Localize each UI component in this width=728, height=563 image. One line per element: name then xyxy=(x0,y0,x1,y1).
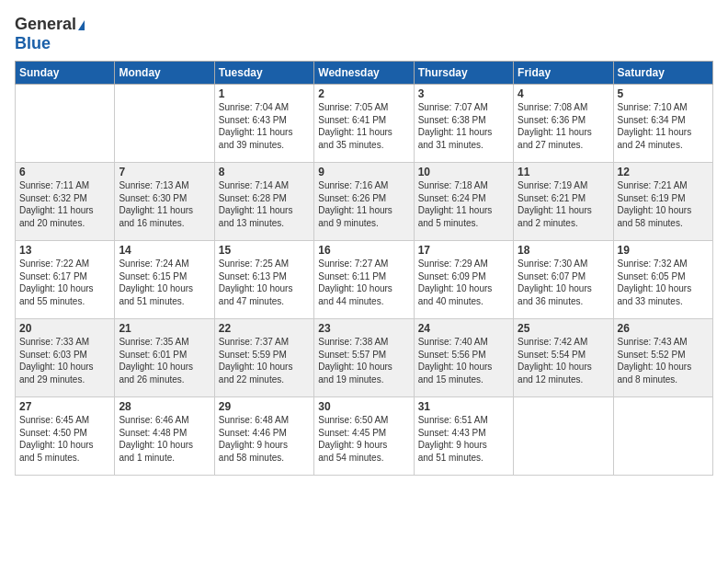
day-cell: 19Sunrise: 7:32 AM Sunset: 6:05 PM Dayli… xyxy=(613,241,712,319)
day-cell: 8Sunrise: 7:14 AM Sunset: 6:28 PM Daylig… xyxy=(214,163,313,241)
logo: General Blue xyxy=(15,15,85,53)
week-row-3: 13Sunrise: 7:22 AM Sunset: 6:17 PM Dayli… xyxy=(16,241,713,319)
day-cell: 29Sunrise: 6:48 AM Sunset: 4:46 PM Dayli… xyxy=(214,397,313,476)
day-info: Sunrise: 7:07 AM Sunset: 6:38 PM Dayligh… xyxy=(418,101,509,151)
weekday-saturday: Saturday xyxy=(613,62,712,85)
day-number: 26 xyxy=(618,322,709,335)
day-cell: 27Sunrise: 6:45 AM Sunset: 4:50 PM Dayli… xyxy=(16,397,115,476)
day-cell: 3Sunrise: 7:07 AM Sunset: 6:38 PM Daylig… xyxy=(414,85,513,163)
day-cell: 9Sunrise: 7:16 AM Sunset: 6:26 PM Daylig… xyxy=(314,163,414,241)
weekday-header-row: SundayMondayTuesdayWednesdayThursdayFrid… xyxy=(16,62,713,85)
day-number: 13 xyxy=(19,244,110,257)
day-number: 10 xyxy=(418,166,509,178)
day-number: 15 xyxy=(219,244,310,257)
day-cell: 4Sunrise: 7:08 AM Sunset: 6:36 PM Daylig… xyxy=(514,85,613,163)
day-number: 5 xyxy=(618,87,709,100)
day-info: Sunrise: 7:33 AM Sunset: 6:03 PM Dayligh… xyxy=(19,336,110,385)
day-cell: 20Sunrise: 7:33 AM Sunset: 6:03 PM Dayli… xyxy=(16,319,115,397)
day-cell: 30Sunrise: 6:50 AM Sunset: 4:45 PM Dayli… xyxy=(314,397,414,476)
day-cell: 10Sunrise: 7:18 AM Sunset: 6:24 PM Dayli… xyxy=(414,163,513,241)
day-cell: 13Sunrise: 7:22 AM Sunset: 6:17 PM Dayli… xyxy=(16,241,115,319)
day-number: 20 xyxy=(19,322,110,335)
weekday-sunday: Sunday xyxy=(16,62,115,85)
day-info: Sunrise: 7:19 AM Sunset: 6:21 PM Dayligh… xyxy=(518,179,609,229)
day-cell: 22Sunrise: 7:37 AM Sunset: 5:59 PM Dayli… xyxy=(214,319,313,397)
day-cell: 5Sunrise: 7:10 AM Sunset: 6:34 PM Daylig… xyxy=(613,85,712,163)
day-number: 25 xyxy=(518,322,609,335)
day-cell: 21Sunrise: 7:35 AM Sunset: 6:01 PM Dayli… xyxy=(115,319,214,397)
day-info: Sunrise: 7:27 AM Sunset: 6:11 PM Dayligh… xyxy=(318,258,409,307)
day-info: Sunrise: 7:22 AM Sunset: 6:17 PM Dayligh… xyxy=(19,258,110,307)
day-number: 9 xyxy=(318,166,409,178)
day-number: 7 xyxy=(119,166,210,178)
day-number: 2 xyxy=(318,87,409,100)
day-info: Sunrise: 7:24 AM Sunset: 6:15 PM Dayligh… xyxy=(119,258,210,307)
day-number: 16 xyxy=(318,244,409,257)
header: General Blue xyxy=(15,15,713,53)
day-cell: 11Sunrise: 7:19 AM Sunset: 6:21 PM Dayli… xyxy=(514,163,613,241)
day-info: Sunrise: 7:37 AM Sunset: 5:59 PM Dayligh… xyxy=(219,336,310,385)
week-row-4: 20Sunrise: 7:33 AM Sunset: 6:03 PM Dayli… xyxy=(16,319,713,397)
week-row-5: 27Sunrise: 6:45 AM Sunset: 4:50 PM Dayli… xyxy=(16,397,713,476)
day-number: 22 xyxy=(219,322,310,335)
day-number: 30 xyxy=(318,400,409,413)
day-number: 12 xyxy=(618,166,709,178)
day-cell: 15Sunrise: 7:25 AM Sunset: 6:13 PM Dayli… xyxy=(214,241,313,319)
day-info: Sunrise: 7:32 AM Sunset: 6:05 PM Dayligh… xyxy=(618,258,709,307)
day-info: Sunrise: 6:45 AM Sunset: 4:50 PM Dayligh… xyxy=(19,414,110,464)
day-cell xyxy=(16,85,115,163)
day-info: Sunrise: 7:42 AM Sunset: 5:54 PM Dayligh… xyxy=(518,336,609,385)
day-info: Sunrise: 7:05 AM Sunset: 6:41 PM Dayligh… xyxy=(318,101,409,151)
calendar: SundayMondayTuesdayWednesdayThursdayFrid… xyxy=(15,61,713,476)
day-cell: 24Sunrise: 7:40 AM Sunset: 5:56 PM Dayli… xyxy=(414,319,513,397)
day-info: Sunrise: 7:38 AM Sunset: 5:57 PM Dayligh… xyxy=(318,336,409,385)
day-info: Sunrise: 7:14 AM Sunset: 6:28 PM Dayligh… xyxy=(219,179,310,229)
day-cell: 6Sunrise: 7:11 AM Sunset: 6:32 PM Daylig… xyxy=(16,163,115,241)
day-cell: 18Sunrise: 7:30 AM Sunset: 6:07 PM Dayli… xyxy=(514,241,613,319)
day-number: 4 xyxy=(518,87,609,100)
day-cell: 25Sunrise: 7:42 AM Sunset: 5:54 PM Dayli… xyxy=(514,319,613,397)
day-cell: 28Sunrise: 6:46 AM Sunset: 4:48 PM Dayli… xyxy=(115,397,214,476)
day-number: 1 xyxy=(219,87,310,100)
calendar-body: 1Sunrise: 7:04 AM Sunset: 6:43 PM Daylig… xyxy=(16,85,713,476)
weekday-tuesday: Tuesday xyxy=(214,62,313,85)
weekday-wednesday: Wednesday xyxy=(314,62,414,85)
day-info: Sunrise: 7:13 AM Sunset: 6:30 PM Dayligh… xyxy=(119,179,210,229)
day-info: Sunrise: 6:50 AM Sunset: 4:45 PM Dayligh… xyxy=(318,414,409,464)
day-number: 19 xyxy=(618,244,709,257)
day-cell xyxy=(514,397,613,476)
day-number: 3 xyxy=(418,87,509,100)
day-number: 17 xyxy=(418,244,509,257)
day-number: 29 xyxy=(219,400,310,413)
day-info: Sunrise: 7:08 AM Sunset: 6:36 PM Dayligh… xyxy=(518,101,609,151)
day-info: Sunrise: 7:18 AM Sunset: 6:24 PM Dayligh… xyxy=(418,179,509,229)
day-info: Sunrise: 7:11 AM Sunset: 6:32 PM Dayligh… xyxy=(19,179,110,229)
day-cell: 16Sunrise: 7:27 AM Sunset: 6:11 PM Dayli… xyxy=(314,241,414,319)
day-number: 23 xyxy=(318,322,409,335)
day-info: Sunrise: 7:35 AM Sunset: 6:01 PM Dayligh… xyxy=(119,336,210,385)
day-number: 21 xyxy=(119,322,210,335)
day-number: 14 xyxy=(119,244,210,257)
logo-general: General xyxy=(15,15,85,34)
day-number: 8 xyxy=(219,166,310,178)
day-cell: 31Sunrise: 6:51 AM Sunset: 4:43 PM Dayli… xyxy=(414,397,513,476)
day-info: Sunrise: 7:30 AM Sunset: 6:07 PM Dayligh… xyxy=(518,258,609,307)
day-number: 31 xyxy=(418,400,509,413)
day-number: 18 xyxy=(518,244,609,257)
day-info: Sunrise: 6:46 AM Sunset: 4:48 PM Dayligh… xyxy=(119,414,210,464)
day-info: Sunrise: 7:21 AM Sunset: 6:19 PM Dayligh… xyxy=(618,179,709,229)
day-info: Sunrise: 7:10 AM Sunset: 6:34 PM Dayligh… xyxy=(618,101,709,151)
day-number: 24 xyxy=(418,322,509,335)
day-cell: 2Sunrise: 7:05 AM Sunset: 6:41 PM Daylig… xyxy=(314,85,414,163)
day-cell: 1Sunrise: 7:04 AM Sunset: 6:43 PM Daylig… xyxy=(214,85,313,163)
day-cell: 26Sunrise: 7:43 AM Sunset: 5:52 PM Dayli… xyxy=(613,319,712,397)
weekday-monday: Monday xyxy=(115,62,214,85)
day-info: Sunrise: 7:40 AM Sunset: 5:56 PM Dayligh… xyxy=(418,336,509,385)
day-info: Sunrise: 7:29 AM Sunset: 6:09 PM Dayligh… xyxy=(418,258,509,307)
day-number: 27 xyxy=(19,400,110,413)
day-info: Sunrise: 7:43 AM Sunset: 5:52 PM Dayligh… xyxy=(618,336,709,385)
day-info: Sunrise: 6:51 AM Sunset: 4:43 PM Dayligh… xyxy=(418,414,509,464)
day-info: Sunrise: 7:16 AM Sunset: 6:26 PM Dayligh… xyxy=(318,179,409,229)
day-cell: 7Sunrise: 7:13 AM Sunset: 6:30 PM Daylig… xyxy=(115,163,214,241)
day-info: Sunrise: 7:04 AM Sunset: 6:43 PM Dayligh… xyxy=(219,101,310,151)
